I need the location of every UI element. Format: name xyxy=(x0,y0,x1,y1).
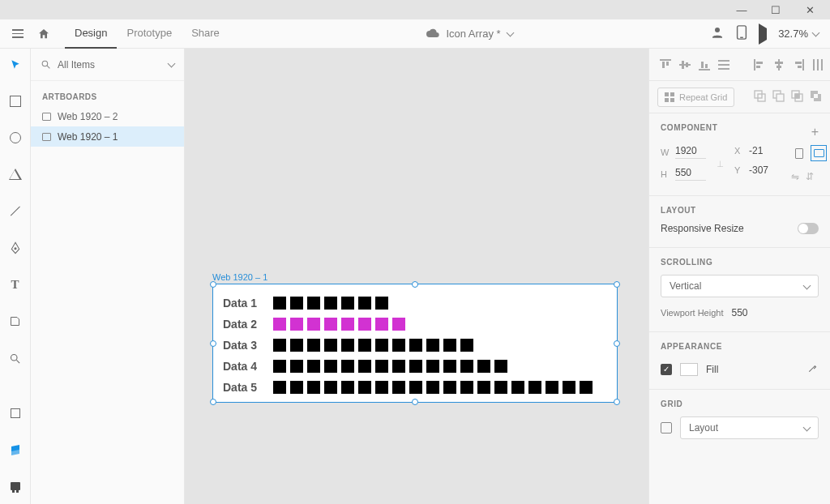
artboard-selected[interactable]: Data 1Data 2Data 3Data 4Data 5 xyxy=(212,284,618,403)
line-tool[interactable] xyxy=(6,202,25,220)
canvas[interactable]: Web 1920 – 1 Data 1Data 2Data 3Data 4Dat… xyxy=(185,49,648,504)
selection-handle[interactable] xyxy=(412,399,418,405)
data-square xyxy=(443,360,456,373)
svg-rect-19 xyxy=(718,68,729,70)
grid-type-select[interactable]: Layout xyxy=(680,416,819,439)
home-button[interactable] xyxy=(31,19,57,49)
align-middle-button[interactable] xyxy=(675,55,695,75)
selection-handle[interactable] xyxy=(210,340,216,347)
x-input[interactable]: -21 xyxy=(749,145,780,156)
lock-aspect-button[interactable]: ⟂ xyxy=(717,158,723,169)
layers-filter-dropdown[interactable]: All Items xyxy=(31,49,184,81)
row-label: Data 1 xyxy=(223,297,267,310)
data-square xyxy=(341,339,354,352)
cloud-icon xyxy=(426,28,439,40)
device-preview-button[interactable] xyxy=(736,25,747,42)
data-square xyxy=(358,297,371,310)
eyedropper-button[interactable] xyxy=(807,362,819,376)
ellipse-tool[interactable] xyxy=(6,129,25,147)
artboard-layer-item[interactable]: Web 1920 – 1 xyxy=(31,126,184,147)
component-section: COMPONENT + W1920 H550 ⟂ X-21 Y-307 xyxy=(649,113,830,196)
data-square xyxy=(392,381,405,394)
boolean-subtract-button[interactable] xyxy=(772,90,785,105)
align-top-button[interactable] xyxy=(656,55,675,75)
selection-handle[interactable] xyxy=(614,340,620,347)
assets-panel-button[interactable] xyxy=(6,404,25,422)
layer-name: Web 1920 – 2 xyxy=(58,111,118,122)
height-input[interactable]: 550 xyxy=(675,167,706,181)
plugin-icon xyxy=(11,482,20,490)
y-input[interactable]: -307 xyxy=(749,164,780,176)
distribute-vertical-button[interactable] xyxy=(714,55,734,75)
data-square xyxy=(341,381,354,394)
flip-horizontal-button[interactable]: ⇋ xyxy=(791,171,799,182)
distribute-horizontal-button[interactable] xyxy=(808,55,828,75)
menu-button[interactable] xyxy=(5,19,31,49)
svg-rect-25 xyxy=(777,66,781,68)
text-tool[interactable]: T xyxy=(6,275,25,294)
zoom-tool[interactable] xyxy=(6,349,25,368)
selection-handle[interactable] xyxy=(614,281,620,288)
svg-rect-26 xyxy=(802,59,804,70)
data-square xyxy=(409,381,422,394)
svg-rect-9 xyxy=(662,62,665,68)
flip-vertical-button[interactable]: ⇵ xyxy=(806,171,814,182)
data-square xyxy=(392,360,405,373)
tab-share[interactable]: Share xyxy=(182,19,229,49)
align-center-button[interactable] xyxy=(769,55,789,75)
svg-rect-29 xyxy=(813,59,815,70)
artboard-name-label[interactable]: Web 1920 – 1 xyxy=(212,272,267,282)
profile-button[interactable] xyxy=(710,25,725,42)
align-left-button[interactable] xyxy=(750,55,769,75)
layers-icon xyxy=(10,444,21,455)
add-component-button[interactable]: + xyxy=(811,126,819,139)
select-tool[interactable] xyxy=(6,55,25,74)
app-topbar: Design Prototype Share Icon Array * 32.7… xyxy=(0,19,830,49)
pen-tool[interactable] xyxy=(6,239,25,258)
repeat-grid-button[interactable]: Repeat Grid xyxy=(657,88,734,107)
data-square xyxy=(290,360,303,373)
fill-color-swatch[interactable] xyxy=(680,363,698,376)
selection-handle[interactable] xyxy=(210,281,216,288)
appearance-section: APPEARANCE ✓ Fill xyxy=(649,332,830,390)
selection-handle[interactable] xyxy=(614,399,620,405)
data-square xyxy=(580,381,593,394)
document-title[interactable]: Icon Array * xyxy=(426,28,512,40)
svg-line-7 xyxy=(47,66,49,68)
play-button[interactable] xyxy=(759,28,767,40)
boolean-exclude-button[interactable] xyxy=(810,90,822,105)
data-square xyxy=(460,381,473,394)
grid-enabled-checkbox[interactable] xyxy=(661,422,672,434)
data-square xyxy=(290,297,303,310)
orientation-landscape-button[interactable] xyxy=(811,145,827,161)
viewport-height-input[interactable]: 550 xyxy=(731,307,747,318)
align-right-button[interactable] xyxy=(789,55,808,75)
boolean-add-button[interactable] xyxy=(754,90,766,105)
artboard-layer-item[interactable]: Web 1920 – 2 xyxy=(31,106,184,126)
chart-row: Data 5 xyxy=(223,380,609,395)
polygon-tool[interactable] xyxy=(6,165,25,184)
tab-design[interactable]: Design xyxy=(65,19,117,49)
align-bottom-button[interactable] xyxy=(695,55,714,75)
window-minimize-button[interactable]: — xyxy=(725,0,759,19)
tab-prototype[interactable]: Prototype xyxy=(117,19,182,49)
artboard-tool[interactable] xyxy=(6,312,25,331)
fill-label: Fill xyxy=(706,364,718,375)
rectangle-tool[interactable] xyxy=(6,92,25,110)
zoom-dropdown[interactable]: 32.7% xyxy=(778,28,819,40)
selection-handle[interactable] xyxy=(210,399,216,405)
window-maximize-button[interactable]: ☐ xyxy=(759,0,793,19)
data-square xyxy=(375,360,388,373)
width-input[interactable]: 1920 xyxy=(675,145,706,159)
orientation-portrait-button[interactable] xyxy=(791,145,807,161)
svg-point-6 xyxy=(42,61,48,66)
selection-handle[interactable] xyxy=(412,281,418,288)
responsive-resize-toggle[interactable] xyxy=(798,223,819,234)
window-close-button[interactable]: ✕ xyxy=(793,0,827,19)
svg-rect-17 xyxy=(718,60,729,62)
boolean-intersect-button[interactable] xyxy=(791,90,803,105)
fill-enabled-checkbox[interactable]: ✓ xyxy=(661,364,672,375)
layers-panel-button[interactable] xyxy=(6,440,25,459)
plugins-panel-button[interactable] xyxy=(6,477,25,496)
scrolling-select[interactable]: Vertical xyxy=(661,275,819,297)
